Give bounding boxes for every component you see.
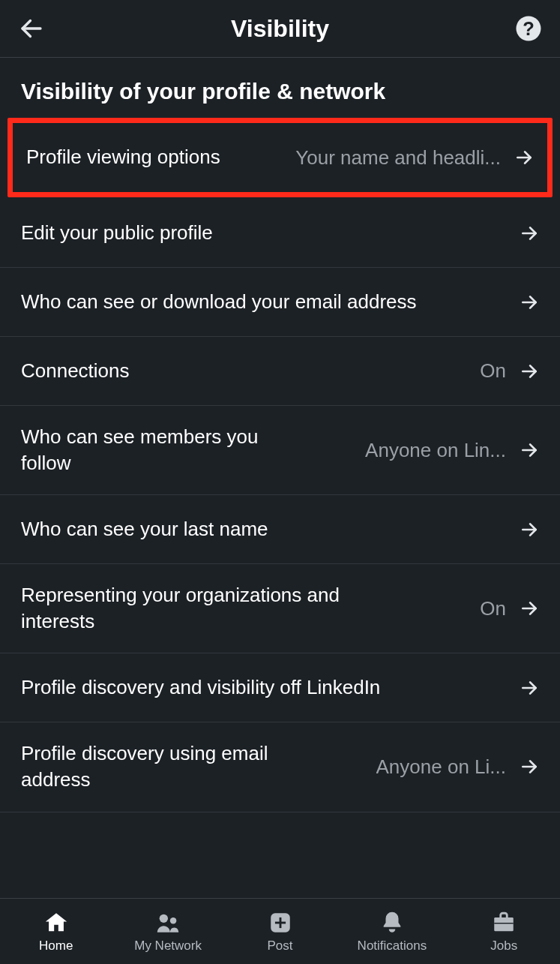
nav-jobs[interactable]: Jobs: [448, 910, 560, 953]
chevron-right-icon: [520, 440, 539, 460]
item-label: Edit your public profile: [21, 220, 213, 246]
chevron-right-icon: [520, 599, 539, 618]
item-label: Profile viewing options: [26, 144, 220, 170]
item-label: Representing your organizations and inte…: [21, 582, 411, 635]
bottom-nav: Home My Network Post Notifications J: [0, 898, 560, 964]
back-button[interactable]: [18, 14, 48, 44]
item-label: Profile discovery using email address: [21, 740, 298, 793]
chevron-right-icon: [514, 148, 534, 167]
nav-post[interactable]: Post: [224, 910, 336, 953]
item-discovery-off-linkedin[interactable]: Profile discovery and visibility off Lin…: [0, 653, 560, 722]
item-label: Connections: [21, 358, 130, 384]
nav-home[interactable]: Home: [0, 910, 112, 953]
item-value: On: [480, 359, 506, 383]
help-button[interactable]: ?: [515, 15, 542, 42]
item-value: On: [480, 597, 506, 620]
svg-point-12: [160, 914, 168, 922]
bell-icon: [379, 910, 405, 935]
svg-rect-16: [274, 921, 285, 923]
item-discovery-email[interactable]: Profile discovery using email address An…: [0, 722, 560, 812]
nav-notifications[interactable]: Notifications: [336, 910, 448, 953]
item-email-visibility[interactable]: Who can see or download your email addre…: [0, 268, 560, 337]
item-connections[interactable]: Connections On: [0, 337, 560, 406]
item-edit-public-profile[interactable]: Edit your public profile: [0, 199, 560, 268]
nav-label: Notifications: [358, 938, 427, 953]
svg-rect-17: [495, 917, 514, 930]
chevron-right-icon: [520, 757, 539, 776]
item-profile-viewing-options[interactable]: Profile viewing options Your name and he…: [13, 123, 547, 192]
nav-network[interactable]: My Network: [112, 910, 223, 953]
chevron-right-icon: [520, 293, 539, 312]
chevron-right-icon: [520, 362, 539, 381]
back-arrow-icon: [18, 15, 45, 42]
people-icon: [155, 910, 181, 935]
item-label: Who can see or download your email addre…: [21, 289, 417, 315]
svg-rect-18: [495, 923, 514, 923]
section-title: Visibility of your profile & network: [0, 58, 560, 116]
plus-square-icon: [268, 910, 293, 935]
item-representing-orgs[interactable]: Representing your organizations and inte…: [0, 564, 560, 653]
item-label: Profile discovery and visibility off Lin…: [21, 674, 380, 701]
svg-text:?: ?: [523, 18, 535, 39]
help-icon: ?: [515, 15, 542, 42]
nav-label: Post: [268, 938, 293, 953]
item-label: Who can see members you follow: [21, 424, 298, 476]
highlight-box: Profile viewing options Your name and he…: [7, 118, 553, 197]
chevron-right-icon: [520, 520, 539, 539]
home-icon: [43, 910, 69, 935]
nav-label: Jobs: [490, 938, 517, 953]
item-value: Anyone on Lin...: [365, 439, 506, 462]
briefcase-icon: [491, 910, 517, 935]
nav-label: Home: [39, 938, 73, 953]
item-label: Who can see your last name: [21, 516, 268, 542]
svg-point-13: [170, 917, 177, 923]
header: Visibility ?: [0, 0, 560, 58]
nav-label: My Network: [134, 938, 202, 953]
item-value: Anyone on Li...: [376, 755, 506, 779]
page-title: Visibility: [231, 15, 329, 43]
item-members-you-follow[interactable]: Who can see members you follow Anyone on…: [0, 406, 560, 495]
item-last-name[interactable]: Who can see your last name: [0, 495, 560, 564]
chevron-right-icon: [520, 224, 539, 243]
item-value: Your name and headli...: [295, 146, 501, 170]
chevron-right-icon: [520, 678, 539, 698]
